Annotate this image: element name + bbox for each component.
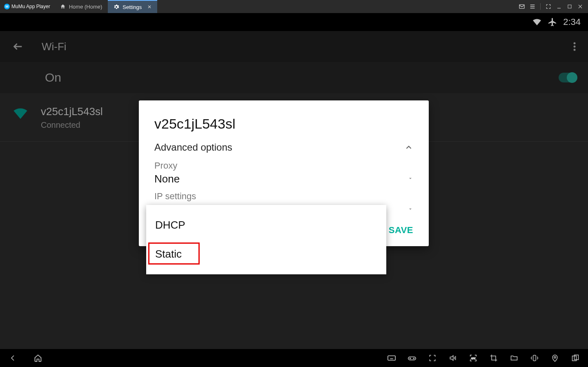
ip-option-static[interactable]: Static — [146, 240, 386, 269]
svg-point-6 — [414, 358, 414, 359]
svg-rect-1 — [568, 5, 571, 8]
nav-back-button[interactable] — [8, 354, 17, 363]
close-button[interactable] — [577, 3, 584, 10]
proxy-dropdown[interactable]: None — [154, 171, 413, 185]
folder-icon[interactable] — [510, 354, 519, 363]
minimize-button[interactable] — [555, 3, 563, 10]
titlebar-right — [518, 3, 588, 10]
proxy-value: None — [154, 173, 180, 185]
screenshot-icon[interactable] — [428, 354, 437, 363]
window-titlebar: M MuMu App Player Home (Home) Settings ✕ — [0, 0, 588, 13]
fullscreen-icon[interactable] — [545, 3, 552, 10]
shake-icon[interactable] — [530, 354, 539, 363]
keyboard-icon[interactable] — [387, 354, 396, 363]
location-icon[interactable] — [550, 354, 559, 363]
advanced-options-toggle[interactable]: Advanced options — [154, 142, 413, 153]
app-brand-label: MuMu App Player — [11, 4, 50, 9]
menu-icon[interactable] — [529, 3, 536, 10]
ip-settings-label: IP settings — [154, 191, 413, 202]
advanced-options-label: Advanced options — [154, 142, 232, 153]
bottombar-tools: APK — [387, 354, 580, 363]
tab-home[interactable]: Home (Home) — [54, 0, 108, 13]
app-brand: M MuMu App Player — [0, 0, 54, 13]
tab-label: Settings — [122, 4, 142, 10]
ip-settings-options-popup: DHCP Static — [146, 205, 386, 274]
maximize-button[interactable] — [566, 3, 573, 10]
save-button[interactable]: SAVE — [389, 225, 413, 236]
divider — [540, 3, 541, 10]
crop-icon[interactable] — [489, 354, 498, 363]
titlebar-left: M MuMu App Player Home (Home) Settings ✕ — [0, 0, 157, 13]
svg-point-9 — [554, 356, 556, 358]
close-tab-button[interactable]: ✕ — [147, 4, 151, 10]
volume-icon[interactable] — [448, 354, 457, 363]
nav-home-button[interactable] — [33, 354, 42, 363]
gear-icon — [114, 4, 119, 10]
mail-icon[interactable] — [518, 3, 526, 10]
chevron-up-icon — [404, 143, 413, 152]
multi-window-icon[interactable] — [571, 354, 580, 363]
gamepad-icon[interactable] — [408, 354, 416, 363]
dropdown-arrow-icon — [408, 176, 413, 181]
tab-settings[interactable]: Settings ✕ — [108, 0, 157, 13]
proxy-label: Proxy — [154, 160, 413, 171]
svg-text:APK: APK — [471, 357, 475, 360]
emulator-bottombar: APK — [0, 349, 588, 367]
home-icon — [60, 4, 66, 9]
mumu-logo-icon: M — [4, 4, 10, 9]
ip-option-dhcp[interactable]: DHCP — [146, 211, 386, 240]
svg-rect-8 — [533, 355, 536, 360]
svg-rect-5 — [388, 356, 395, 360]
dropdown-arrow-icon — [408, 206, 413, 212]
bottombar-nav — [8, 354, 42, 363]
apk-install-icon[interactable]: APK — [469, 354, 478, 363]
tab-label: Home (Home) — [69, 4, 102, 10]
dialog-title: v25c1jL543sl — [154, 116, 413, 132]
